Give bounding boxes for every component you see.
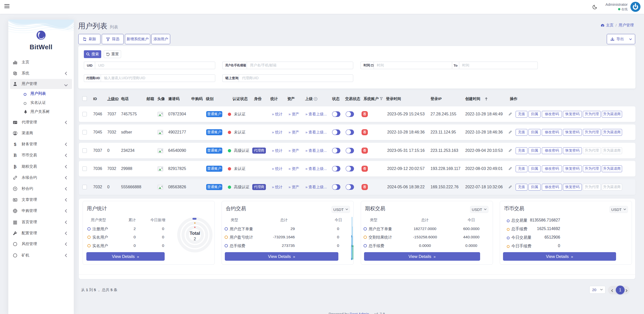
svg-text:₿: ₿ [14,164,16,169]
svg-text:B: B [14,153,17,158]
svg-text:$: $ [14,142,16,147]
svg-text:?: ? [315,97,316,100]
